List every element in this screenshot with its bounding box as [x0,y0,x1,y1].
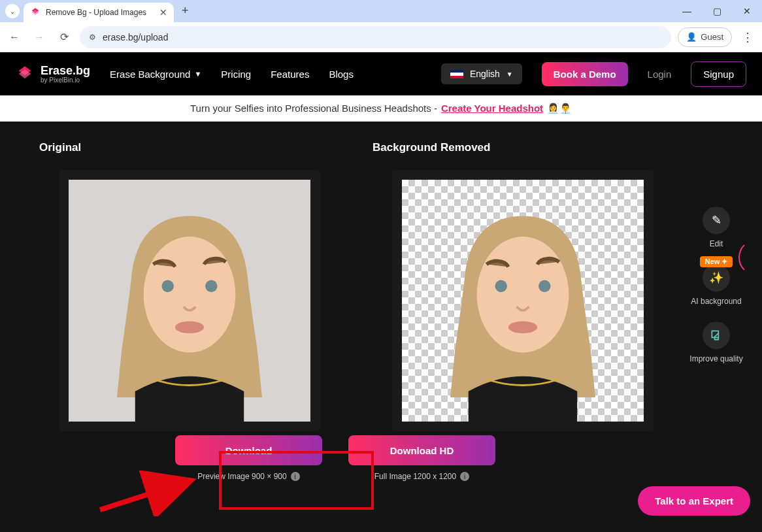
site-settings-icon[interactable]: ⚙ [89,33,96,42]
svg-point-7 [508,321,537,333]
improve-icon [710,329,723,342]
window-controls: ― ▢ ✕ [672,0,762,22]
tool-ai-bg-label: AI background [691,297,741,306]
tab-favicon-icon [30,7,41,18]
svg-point-2 [205,280,218,293]
uk-flag-icon [450,70,463,78]
download-button[interactable]: Download [175,435,322,465]
tool-ai-background[interactable]: New ✦ ✨ AI background [691,264,741,306]
chevron-down-icon: ▼ [506,71,513,78]
browser-menu-icon[interactable]: ⋮ [738,30,757,44]
original-label: Original [39,141,340,154]
guest-label: Guest [701,32,723,42]
download-hd-info: Full Image 1200 x 1200 i [348,472,495,481]
nav-features[interactable]: Features [271,69,309,80]
site-header: Erase.bg by PixelBin.io Erase Background… [0,52,762,95]
original-headshot-icon [69,180,310,422]
browser-tab[interactable]: Remove Bg - Upload Images ✕ [24,3,174,22]
original-image-frame [59,170,320,431]
nav-erase-background[interactable]: Erase Background ▼ [110,69,201,80]
tab-close-icon[interactable]: ✕ [159,7,167,18]
pencil-icon: ✎ [712,213,721,227]
svg-point-1 [161,280,174,293]
new-tab-icon[interactable]: + [182,4,189,18]
svg-point-5 [495,280,507,293]
tool-edit[interactable]: ✎ Edit [703,207,730,248]
book-demo-button[interactable]: Book a Demo [542,62,628,86]
url-text: erase.bg/upload [103,32,168,42]
logo[interactable]: Erase.bg by PixelBin.io [16,65,90,84]
login-link[interactable]: Login [648,69,672,80]
browser-toolbar: ← → ⟳ ⚙ erase.bg/upload 👤 Guest ⋮ [0,22,762,52]
maximize-icon[interactable]: ▢ [702,0,732,22]
download-hd-col: Download HD Full Image 1200 x 1200 i [348,435,495,481]
removed-image-frame [392,170,654,431]
talk-to-expert-button[interactable]: Talk to an Expert [638,486,750,516]
promo-banner: Turn your Selfies into Professional Busi… [0,95,762,122]
nav-blogs[interactable]: Blogs [329,69,354,80]
close-window-icon[interactable]: ✕ [732,0,762,22]
banner-text: Turn your Selfies into Professional Busi… [190,103,437,114]
download-hd-button[interactable]: Download HD [348,435,495,465]
tool-improve-quality[interactable]: Improve quality [689,322,742,363]
browser-titlebar: ⌄ Remove Bg - Upload Images ✕ + ― ▢ ✕ [0,0,762,22]
info-icon[interactable]: i [291,472,300,481]
side-tools: ✎ Edit New ✦ ✨ AI background Improve qua… [687,207,746,363]
banner-emoji: 👩‍💼👨‍💼 [547,103,572,114]
download-info: Preview Image 900 × 900 i [175,472,322,481]
main-content: Original Background Removed [0,122,762,532]
removed-headshot-icon [402,180,644,422]
new-badge: New ✦ [700,256,733,267]
tool-improve-label: Improve quality [689,354,742,363]
download-row: Download Preview Image 900 × 900 i Downl… [0,435,671,481]
svg-point-0 [144,237,236,353]
reload-icon[interactable]: ⟳ [55,28,73,46]
removed-label: Background Removed [373,141,673,154]
wand-icon: ✨ [709,271,723,285]
logo-title: Erase.bg [41,65,90,76]
chevron-down-icon: ▼ [194,70,201,78]
profile-button[interactable]: 👤 Guest [678,27,732,47]
svg-point-3 [175,321,204,333]
info-icon[interactable]: i [460,472,469,481]
svg-point-6 [538,280,551,293]
language-label: English [470,69,500,79]
svg-point-4 [477,237,569,353]
tabs-dropdown-icon[interactable]: ⌄ [5,4,20,18]
guest-avatar-icon: 👤 [686,32,697,42]
forward-icon: → [30,28,48,46]
address-bar[interactable]: ⚙ erase.bg/upload [80,26,671,48]
nav-pricing[interactable]: Pricing [221,69,251,80]
tab-title: Remove Bg - Upload Images [46,8,154,17]
language-selector[interactable]: English ▼ [441,63,522,84]
back-icon[interactable]: ← [5,28,24,46]
minimize-icon[interactable]: ― [672,0,702,22]
download-col: Download Preview Image 900 × 900 i [175,435,322,481]
signup-button[interactable]: Signup [691,61,746,87]
logo-subtitle: by PixelBin.io [41,76,90,84]
banner-link[interactable]: Create Your Headshot [441,103,543,114]
tool-edit-label: Edit [710,239,723,248]
logo-mark-icon [16,65,34,83]
